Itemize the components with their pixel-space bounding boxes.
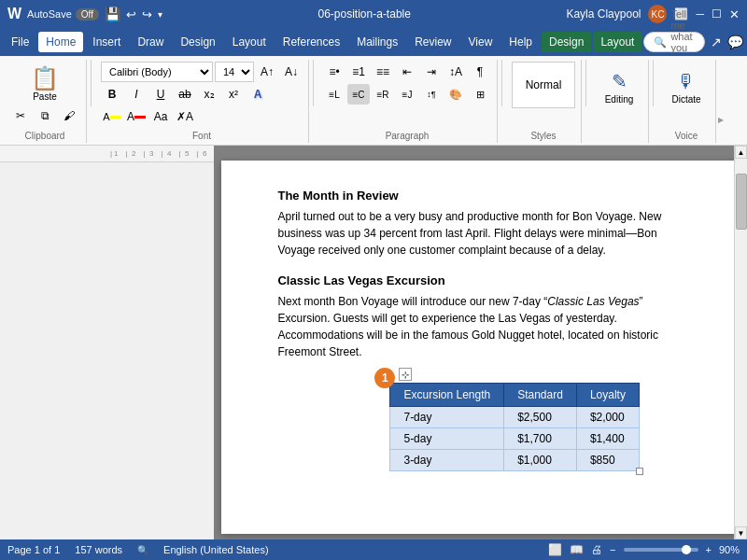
autosave-toggle[interactable]: Off [76, 8, 99, 21]
read-view-icon[interactable]: 📖 [570, 543, 584, 556]
align-left-button[interactable]: ≡L [323, 84, 345, 105]
menu-home[interactable]: Home [38, 32, 83, 52]
clipboard-label: Clipboard [25, 127, 65, 141]
font-family-select[interactable]: Calibri (Body) [101, 62, 213, 82]
clipboard-group: 📋 Paste ✂ ⧉ 🖌 Clipboard [4, 60, 87, 143]
align-center-button[interactable]: ≡C [347, 84, 370, 105]
table-resize-handle[interactable] [636, 468, 643, 475]
tell-me-search[interactable]: 🔍 Tell me what you want to do [643, 32, 705, 52]
decrease-indent-button[interactable]: ⇤ [396, 62, 418, 82]
clear-formatting-button[interactable]: ✗A [174, 106, 196, 127]
scrollbar-thumb[interactable] [736, 174, 747, 230]
status-bar: Page 1 of 1 157 words 🔍 English (United … [0, 539, 747, 560]
ruler: | 1 | 2 | 3 | 4 | 5 | 6 [0, 146, 214, 162]
menu-file[interactable]: File [4, 32, 36, 52]
bold-button[interactable]: B [101, 84, 123, 105]
menu-review[interactable]: Review [407, 32, 458, 52]
text-effects-button[interactable]: A [247, 84, 269, 105]
subscript-button[interactable]: x₂ [198, 84, 220, 105]
zoom-slider[interactable] [624, 548, 698, 552]
borders-button[interactable]: ⊞ [469, 84, 491, 105]
highlight-color-button[interactable]: A [101, 106, 123, 127]
autosave-control[interactable]: AutoSave Off [27, 8, 99, 21]
paste-button[interactable]: 📋 Paste [23, 62, 66, 105]
save-icon[interactable]: 💾 [105, 7, 120, 21]
cut-button[interactable]: ✂ [9, 105, 32, 126]
sort-button[interactable]: ↕A [444, 62, 467, 82]
zoom-out-button[interactable]: − [610, 544, 615, 555]
font-color-button[interactable]: A [125, 106, 148, 127]
menu-view[interactable]: View [461, 32, 500, 52]
justify-button[interactable]: ≡J [396, 84, 418, 105]
superscript-button[interactable]: x² [222, 84, 245, 105]
zoom-in-button[interactable]: + [706, 544, 712, 555]
section2-italic: Classic Las Vegas [547, 295, 639, 308]
copy-button[interactable]: ⧉ [34, 105, 56, 126]
font-label: Font [192, 127, 211, 141]
change-case-button[interactable]: Aa [149, 106, 172, 127]
menu-insert[interactable]: Insert [85, 32, 128, 52]
decrease-font-button[interactable]: A↓ [280, 62, 303, 82]
format-painter-button[interactable]: 🖌 [58, 105, 80, 126]
menu-table-design[interactable]: Design [542, 32, 591, 52]
shading-button[interactable]: 🎨 [444, 84, 467, 105]
zoom-thumb[interactable] [682, 545, 691, 554]
table-cell: $2,500 [504, 407, 577, 428]
multilevel-list-button[interactable]: ≡≡ [372, 62, 394, 82]
undo-icon[interactable]: ↩ [126, 7, 136, 21]
scroll-up-button[interactable]: ▲ [735, 146, 747, 159]
paragraph-label: Paragraph [386, 127, 430, 141]
comment-icon[interactable]: 💬 [727, 35, 743, 49]
menu-layout[interactable]: Layout [225, 32, 274, 52]
menu-draw[interactable]: Draw [130, 32, 171, 52]
font-size-select[interactable]: 14 [215, 62, 254, 82]
table-cell: $1,400 [576, 428, 639, 450]
user-avatar: KC [648, 5, 667, 23]
ribbon-scroll-right[interactable]: ▶ [718, 60, 724, 143]
ruler-mark: | 4 [162, 149, 172, 158]
styles-box[interactable]: Normal [512, 62, 575, 108]
title-bar-center: 06-position-a-table [162, 7, 566, 21]
bullets-button[interactable]: ≡• [323, 62, 345, 82]
redo-icon[interactable]: ↪ [142, 7, 152, 21]
underline-button[interactable]: U [149, 84, 172, 105]
close-icon[interactable]: ✕ [729, 7, 740, 21]
scroll-down-button[interactable]: ▼ [735, 526, 747, 539]
styles-label: Styles [530, 127, 556, 141]
layout-view-icon[interactable]: ⬜ [548, 543, 562, 556]
divider-5 [653, 60, 654, 106]
menu-help[interactable]: Help [501, 32, 540, 52]
document-area: The Month in Review April turned out to … [214, 146, 747, 539]
italic-button[interactable]: I [125, 84, 148, 105]
divider-1 [91, 60, 92, 106]
divider-3 [501, 60, 502, 106]
section1-title: The Month in Review [277, 189, 684, 203]
menu-mailings[interactable]: Mailings [349, 32, 405, 52]
autosave-label: AutoSave [27, 8, 72, 20]
menu-table-layout[interactable]: Layout [593, 32, 641, 52]
table-move-handle[interactable]: ⊹ [399, 368, 412, 381]
vertical-scrollbar[interactable]: ▲ ▼ [734, 146, 747, 539]
strikethrough-button[interactable]: ab [174, 84, 196, 105]
increase-indent-button[interactable]: ⇥ [420, 62, 443, 82]
dictate-button[interactable]: 🎙 Dictate [663, 62, 710, 113]
minimize-icon[interactable]: ─ [696, 7, 704, 21]
editing-button[interactable]: ✎ Editing [596, 62, 642, 113]
voice-label: Voice [675, 127, 698, 141]
ruler-mark: 1 [114, 149, 118, 158]
menu-design[interactable]: Design [173, 32, 222, 52]
excursion-table: Excursion Length Standard Loyalty 7-day … [389, 383, 639, 471]
show-hide-button[interactable]: ¶ [469, 62, 491, 82]
track-changes-icon: 🔍 [137, 545, 148, 555]
app-wrapper: W AutoSave Off 💾 ↩ ↪ ▾ 06-position-a-tab… [0, 0, 747, 560]
font-group: Calibri (Body) 14 A↑ A↓ B I U ab x₂ [95, 60, 309, 143]
menu-references[interactable]: References [275, 32, 347, 52]
align-right-button[interactable]: ≡R [372, 84, 394, 105]
share-icon[interactable]: ↗ [711, 35, 722, 49]
maximize-icon[interactable]: ☐ [712, 7, 722, 21]
numbering-button[interactable]: ≡1 [347, 62, 370, 82]
status-right: ⬜ 📖 🖨 − + 90% [548, 543, 740, 556]
line-spacing-button[interactable]: ↕¶ [420, 84, 443, 105]
print-view-icon[interactable]: 🖨 [591, 543, 602, 556]
increase-font-button[interactable]: A↑ [256, 62, 278, 82]
